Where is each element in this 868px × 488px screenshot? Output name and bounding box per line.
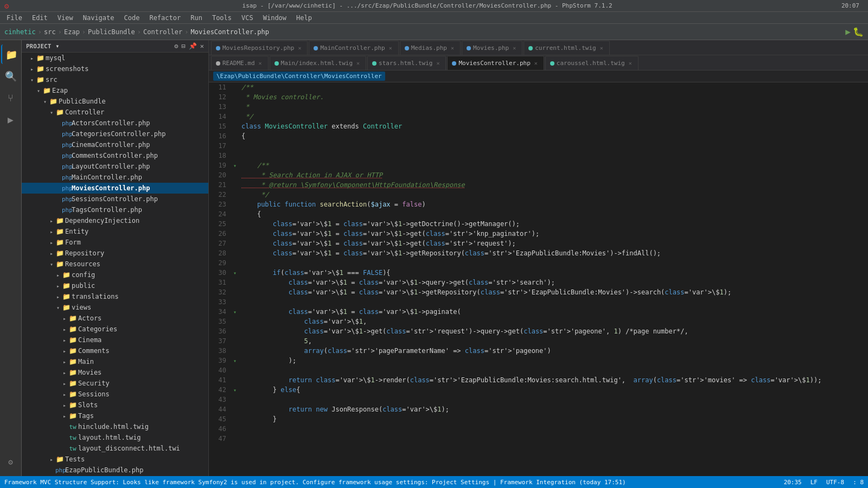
tab-close-btn[interactable]: ✕ (598, 45, 605, 51)
activity-debug-icon[interactable]: ⚙ (1, 452, 21, 472)
tree-item-cinemacontroller-php[interactable]: phpCinemaController.php (22, 139, 208, 150)
code-line: 40 (209, 365, 868, 375)
menu-item-window[interactable]: Window (259, 13, 291, 23)
activity-project-icon[interactable]: 📁 (1, 44, 21, 64)
tree-label: mysql (46, 54, 65, 62)
run-icon[interactable]: ▶ (845, 27, 851, 37)
tree-item-categoriescontroller-php[interactable]: phpCategoriesController.php (22, 129, 208, 139)
breadcrumb-src[interactable]: src (44, 28, 56, 36)
tab-close-btn[interactable]: ✕ (355, 60, 361, 66)
tree-item-layout-disconnect-html-twi[interactable]: twlayout_disconnect.html.twi (22, 443, 208, 454)
code-line: 36 class='var'>\$1->get(class='str'>'req… (209, 326, 868, 336)
tab-moviescontroller-active[interactable]: MoviesController.php ✕ (447, 56, 544, 70)
tree-item-ezappublicbundle-php[interactable]: phpEzapPublicBundle.php (22, 465, 208, 476)
tree-item-main[interactable]: ▸📁Main (22, 356, 208, 367)
tree-item-layoutcontroller-php[interactable]: phpLayoutController.php (22, 161, 208, 172)
tab-main-index[interactable]: Main/index.html.twig ✕ (270, 56, 366, 70)
tab-close-btn[interactable]: ✕ (257, 60, 264, 66)
twig-icon: tw (68, 423, 77, 431)
tree-item-maincontroller-php[interactable]: phpMainController.php (22, 172, 208, 183)
tree-item-tests[interactable]: ▸📁Tests (22, 454, 208, 465)
menu-item-refactor[interactable]: Refactor (145, 13, 185, 23)
tab-medias[interactable]: Medias.php ✕ (400, 41, 461, 55)
tree-item-src[interactable]: ▾📁src (22, 74, 208, 85)
menu-item-vcs[interactable]: VCS (237, 13, 258, 23)
tree-item-publicbundle[interactable]: ▾📁PublicBundle (22, 96, 208, 107)
debug-icon[interactable]: 🐛 (853, 27, 864, 37)
tree-item-views[interactable]: ▾📁views (22, 302, 208, 313)
tab-current-twig[interactable]: current.html.twig ✕ (524, 41, 610, 55)
tree-item-resources[interactable]: ▾📁Resources (22, 259, 208, 269)
collapse-icon[interactable]: ⊟ (182, 42, 186, 50)
breadcrumb-controller[interactable]: Controller (143, 28, 182, 36)
tree-item-controller[interactable]: ▾📁Controller (22, 107, 208, 118)
tree-item-actors[interactable]: ▸📁Actors (22, 313, 208, 324)
tab-maincontroller[interactable]: MainController.php ✕ (309, 41, 398, 55)
settings-icon[interactable]: ⚙ (174, 42, 178, 50)
tree-item-repository[interactable]: ▸📁Repository (22, 248, 208, 259)
tab-close-btn[interactable]: ✕ (387, 45, 394, 51)
code-line: 11/** (209, 82, 868, 92)
folder-icon: 📁 (62, 304, 71, 311)
tree-item-cinema[interactable]: ▸📁Cinema (22, 335, 208, 345)
tree-item-hinclude-html-twig[interactable]: twhinclude.html.twig (22, 421, 208, 432)
menu-item-code[interactable]: Code (120, 13, 144, 23)
menu-item-help[interactable]: Help (292, 13, 316, 23)
folder-icon: 📁 (68, 336, 77, 344)
tree-item-sessions[interactable]: ▸📁Sessions (22, 389, 208, 400)
tab-caroussel[interactable]: caroussel.html.twig ✕ (545, 56, 639, 70)
breadcrumb: cinhetic › src › Ezap › PublicBundle › C… (4, 28, 269, 36)
close-sidebar-icon[interactable]: ✕ (200, 42, 204, 50)
tree-item-sessionscontroller-php[interactable]: phpSessionsController.php (22, 194, 208, 204)
breadcrumb-ezap[interactable]: Ezap (64, 28, 80, 36)
tree-item-layout-html-twig[interactable]: twlayout.html.twig (22, 432, 208, 443)
tree-item-mysql[interactable]: ▸📁mysql (22, 53, 208, 63)
tree-item-form[interactable]: ▸📁Form (22, 237, 208, 248)
tree-item-tags[interactable]: ▸📁Tags (22, 410, 208, 421)
tab-close-btn[interactable]: ✕ (511, 45, 518, 51)
menu-item-tools[interactable]: Tools (208, 13, 236, 23)
activity-search-icon[interactable]: 🔍 (1, 66, 21, 86)
tab-movies[interactable]: Movies.php ✕ (462, 41, 522, 55)
menu-item-navigate[interactable]: Navigate (79, 13, 119, 23)
tab-close-btn[interactable]: ✕ (296, 45, 303, 51)
project-dropdown-icon[interactable]: ▾ (55, 42, 59, 50)
breadcrumb-publicbundle[interactable]: PublicBundle (88, 28, 135, 36)
tree-item-translations[interactable]: ▸📁translations (22, 291, 208, 302)
breadcrumb-cinhetic[interactable]: cinhetic (4, 28, 36, 36)
folder-icon: 📁 (55, 455, 64, 463)
tree-item-categories[interactable]: ▸📁Categories (22, 324, 208, 335)
pin-icon[interactable]: 📌 (189, 42, 197, 50)
file-tree: ▸📁mysql▸📁screenshots▾📁src▾📁Ezap▾📁PublicB… (22, 53, 208, 476)
tree-item-tagscontroller-php[interactable]: phpTagsController.php (22, 204, 208, 215)
tree-item-screenshots[interactable]: ▸📁screenshots (22, 63, 208, 74)
tab-moviesrepository[interactable]: MoviesRepository.php ✕ (211, 41, 308, 55)
tree-item-security[interactable]: ▸📁Security (22, 378, 208, 389)
tree-item-public[interactable]: ▸📁public (22, 280, 208, 291)
tree-item-entity[interactable]: ▸📁Entity (22, 226, 208, 237)
tree-item-slots[interactable]: ▸📁Slots (22, 400, 208, 410)
tree-item-actorscontroller-php[interactable]: phpActorsController.php (22, 118, 208, 129)
tab-readme[interactable]: README.md ✕ (211, 56, 269, 70)
menu-item-file[interactable]: File (2, 13, 27, 23)
tree-item-comments[interactable]: ▸📁Comments (22, 345, 208, 356)
tree-item-ezap[interactable]: ▾📁Ezap (22, 85, 208, 96)
breadcrumb-file[interactable]: MoviesController.php (191, 28, 270, 36)
tree-item-moviescontroller-php[interactable]: phpMoviesController.php (22, 183, 208, 194)
menu-item-view[interactable]: View (53, 13, 78, 23)
code-line: 35 class='var'>\$1, (209, 317, 868, 326)
tab-close-btn[interactable]: ✕ (449, 45, 456, 51)
tab-close-btn[interactable]: ✕ (533, 60, 539, 66)
activity-git-icon[interactable]: ⑂ (1, 88, 21, 107)
tab-stars[interactable]: stars.html.twig ✕ (367, 56, 446, 70)
tree-item-dependencyinjection[interactable]: ▸📁DependencyInjection (22, 215, 208, 226)
activity-run-icon[interactable]: ▶ (1, 110, 21, 129)
menu-item-run[interactable]: Run (186, 13, 207, 23)
tree-item-config[interactable]: ▸📁config (22, 269, 208, 280)
tree-item-commentscontroller-php[interactable]: phpCommentsController.php (22, 150, 208, 161)
code-editor[interactable]: 11/**12 * Movies controller.13 *14 */15c… (209, 82, 868, 476)
tab-close-btn[interactable]: ✕ (435, 60, 441, 66)
tree-item-movies[interactable]: ▸📁Movies (22, 367, 208, 378)
tab-close-btn[interactable]: ✕ (627, 60, 634, 66)
menu-item-edit[interactable]: Edit (28, 13, 52, 23)
